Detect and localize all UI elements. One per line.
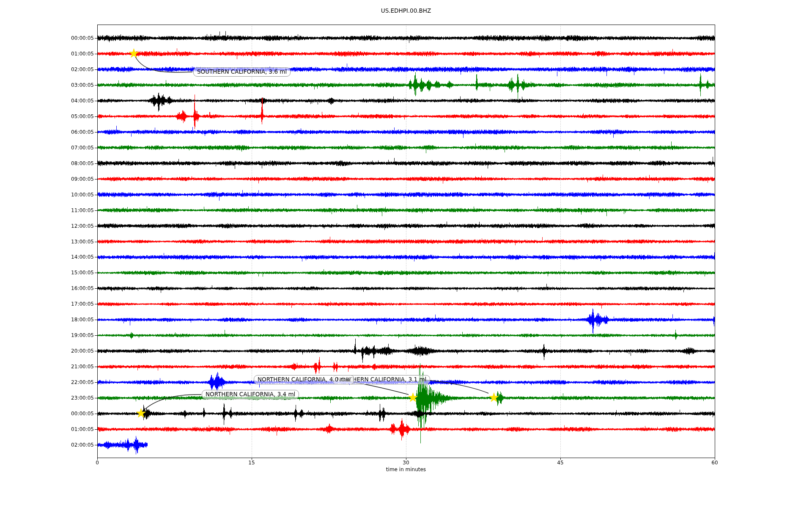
event-star-icon: ★	[135, 407, 147, 420]
y-axis-label: 23:00:05	[47, 395, 94, 401]
y-axis-label: 08:00:05	[47, 160, 94, 166]
y-axis-label: 20:00:05	[47, 348, 94, 354]
y-axis-label: 21:00:05	[47, 364, 94, 370]
y-axis-label: 13:00:05	[47, 239, 94, 245]
x-axis-tick-label: 15	[248, 460, 255, 466]
y-axis-label: 06:00:05	[47, 129, 94, 135]
y-axis-label: 07:00:05	[47, 145, 94, 151]
y-axis-label: 10:00:05	[47, 192, 94, 198]
x-axis-tick-label: 0	[96, 460, 99, 466]
y-axis-label: 17:00:05	[47, 301, 94, 307]
waveform-plot-canvas	[0, 0, 812, 508]
event-star-icon: ★	[488, 391, 500, 404]
annotation-northern-california-4-0: NORTHERN CALIFORNIA, 4.0 mw	[254, 375, 354, 384]
y-axis-label: 02:00:05	[47, 66, 94, 72]
seismogram-figure: US.EDHPI.00.BHZ 00:00:0501:00:0502:00:05…	[0, 0, 812, 508]
y-axis-label: 01:00:05	[47, 426, 94, 432]
chart-title: US.EDHPI.00.BHZ	[381, 7, 431, 14]
event-star-icon: ★	[407, 391, 419, 404]
y-axis-label: 18:00:05	[47, 317, 94, 323]
y-axis-label: 02:00:05	[47, 442, 94, 448]
x-axis-tick-label: 45	[557, 460, 563, 466]
y-axis-label: 09:00:05	[47, 176, 94, 182]
y-axis-label: 01:00:05	[47, 51, 94, 57]
annotation-northern-california-3-4: NORTHERN CALIFORNIA, 3.4 ml	[202, 390, 299, 399]
x-axis-tick-label: 30	[403, 460, 409, 466]
y-axis-label: 22:00:05	[47, 379, 94, 385]
y-axis-label: 16:00:05	[47, 285, 94, 291]
y-axis-label: 14:00:05	[47, 254, 94, 260]
event-star-icon: ★	[128, 47, 140, 60]
x-axis-tick-label: 60	[711, 460, 718, 466]
y-axis-label: 03:00:05	[47, 82, 94, 88]
y-axis-label: 00:00:05	[47, 411, 94, 417]
y-axis-label: 12:00:05	[47, 223, 94, 229]
annotation-southern-california-3-6: SOUTHERN CALIFORNIA, 3.6 ml	[193, 67, 291, 77]
y-axis-label: 04:00:05	[47, 98, 94, 104]
y-axis-label: 00:00:05	[47, 35, 94, 41]
y-axis-label: 05:00:05	[47, 113, 94, 119]
y-axis-label: 19:00:05	[47, 332, 94, 338]
x-axis-title: time in minutes	[386, 467, 426, 472]
y-axis-label: 11:00:05	[47, 207, 94, 213]
y-axis-label: 15:00:05	[47, 270, 94, 276]
